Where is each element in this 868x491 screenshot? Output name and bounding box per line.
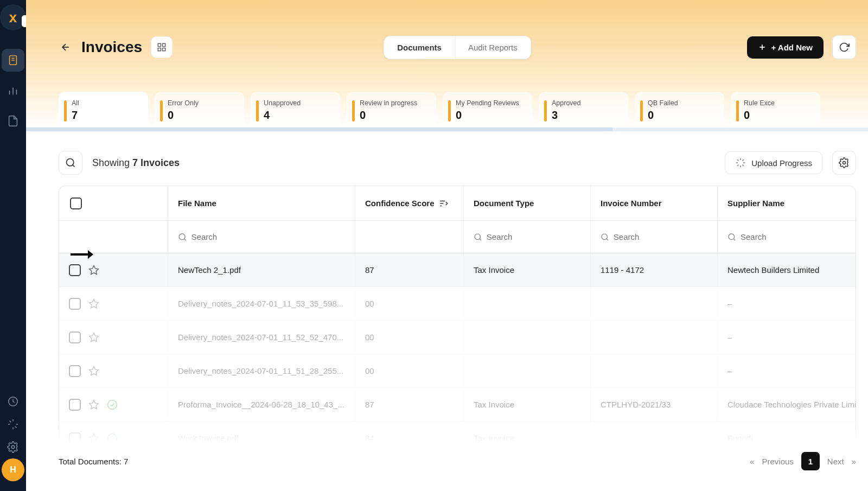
- svg-line-38: [480, 239, 481, 240]
- cell-file-name: Proforma_Invoice__2024-06-28_18_10_43_..…: [168, 388, 355, 421]
- cell-supplier-name: Newtech Builders Limited: [717, 253, 856, 286]
- star-icon[interactable]: [88, 366, 99, 377]
- select-all-checkbox[interactable]: [70, 197, 82, 209]
- column-invoice-number[interactable]: Invoice Number: [590, 186, 717, 220]
- sidebar-item-pdf[interactable]: [2, 110, 24, 132]
- sidebar-item-history[interactable]: [2, 390, 24, 413]
- filter-card-qb-failed[interactable]: QB Failed0: [635, 92, 724, 128]
- filter-scroll-track[interactable]: [26, 127, 868, 131]
- history-icon: [7, 396, 19, 407]
- check-circle-icon: [107, 399, 118, 410]
- svg-point-48: [108, 400, 117, 409]
- table-footer: Total Documents: 7 « Previous 1 Next »: [59, 447, 856, 476]
- filter-card-all[interactable]: All7: [59, 92, 148, 128]
- pdf-icon: [7, 115, 19, 127]
- main: Invoices Documents Audit Reports + Add N…: [26, 0, 868, 491]
- svg-line-36: [184, 239, 186, 240]
- row-checkbox[interactable]: [69, 264, 81, 276]
- add-new-label: + Add New: [771, 43, 813, 52]
- refresh-button[interactable]: [832, 35, 856, 59]
- svg-line-26: [743, 165, 744, 166]
- pager-last[interactable]: »: [852, 457, 856, 466]
- search-supplier-name-input[interactable]: [741, 232, 846, 241]
- cell-supplier-name: Cloudace Technologies Private Limited: [717, 388, 856, 421]
- pager-first[interactable]: «: [750, 457, 754, 466]
- search-invoice-number-input[interactable]: [614, 232, 707, 241]
- pager-previous[interactable]: Previous: [762, 457, 793, 466]
- search-document-type-input[interactable]: [487, 232, 580, 241]
- cell-confidence-score: 00: [355, 321, 463, 354]
- sidebar-item-settings[interactable]: [2, 436, 24, 458]
- cell-supplier-name: –: [717, 354, 856, 387]
- search-file-name-input[interactable]: [192, 232, 345, 241]
- row-checkbox[interactable]: [69, 298, 81, 310]
- table-row[interactable]: Proforma_Invoice__2024-06-28_18_10_43_..…: [59, 388, 856, 422]
- filter-card-approved[interactable]: Approved3: [539, 92, 628, 128]
- row-checkbox[interactable]: [69, 331, 81, 343]
- add-new-button[interactable]: + Add New: [747, 36, 824, 59]
- cell-supplier-name: –: [717, 287, 856, 320]
- svg-rect-18: [158, 48, 161, 51]
- svg-marker-43: [90, 265, 99, 274]
- tab-documents[interactable]: Documents: [384, 36, 455, 59]
- star-icon[interactable]: [88, 399, 99, 410]
- search-document-type[interactable]: [474, 232, 580, 242]
- row-checkbox[interactable]: [69, 399, 81, 411]
- sidebar-item-documents[interactable]: [2, 49, 24, 72]
- svg-point-13: [11, 445, 15, 449]
- pager-next[interactable]: Next: [827, 457, 844, 466]
- filter-card-my-pending-reviews[interactable]: My Pending Reviews0: [443, 92, 532, 128]
- star-icon[interactable]: [88, 433, 99, 444]
- logo-icon: x: [9, 9, 17, 26]
- center-tabs: Documents Audit Reports: [384, 36, 531, 59]
- star-icon[interactable]: [88, 332, 99, 343]
- upload-progress-label: Upload Progress: [751, 158, 812, 168]
- upload-progress-button[interactable]: Upload Progress: [725, 151, 822, 174]
- row-checkbox[interactable]: [69, 365, 81, 377]
- pager-current[interactable]: 1: [801, 452, 820, 470]
- table-row[interactable]: Delivery_notes_2024-07-01_11_53_35_598..…: [59, 287, 856, 321]
- tab-audit-reports[interactable]: Audit Reports: [455, 36, 531, 59]
- cell-confidence-score: 87: [355, 253, 463, 286]
- view-toggle-button[interactable]: [151, 36, 173, 58]
- star-icon[interactable]: [88, 298, 99, 309]
- filter-label: Error Only: [168, 99, 233, 107]
- back-button[interactable]: [59, 40, 73, 54]
- user-avatar[interactable]: H: [2, 458, 24, 481]
- filter-card-unapproved[interactable]: Unapproved4: [251, 92, 340, 128]
- column-confidence-score[interactable]: Confidence Score: [355, 186, 463, 220]
- search-supplier-name[interactable]: [727, 232, 846, 242]
- svg-point-41: [729, 233, 735, 239]
- svg-marker-46: [90, 366, 99, 375]
- table-row[interactable]: Delivery_notes_2024-07-01_11_51_28_255..…: [59, 354, 856, 388]
- sidebar-item-analytics[interactable]: [2, 79, 24, 102]
- svg-point-31: [843, 162, 846, 164]
- table-row[interactable]: NewTech 2_1.pdf87Tax Invoice1119 - 4172N…: [59, 253, 856, 287]
- star-icon[interactable]: [88, 265, 99, 276]
- row-checkbox[interactable]: [69, 432, 81, 444]
- cell-confidence-score: 00: [355, 354, 463, 387]
- cell-document-type: Tax Invoice: [463, 388, 590, 421]
- filter-card-review-in-progress[interactable]: Review in progress0: [347, 92, 436, 128]
- app-logo[interactable]: x: [0, 4, 26, 30]
- column-supplier-name[interactable]: Supplier Name: [717, 186, 856, 220]
- svg-rect-15: [158, 43, 161, 46]
- sidebar-item-loading[interactable]: [2, 413, 24, 436]
- filter-label: Review in progress: [360, 99, 425, 107]
- column-file-name[interactable]: File Name: [168, 186, 355, 220]
- search-invoice-number[interactable]: [601, 232, 707, 242]
- table-settings-button[interactable]: [832, 151, 856, 175]
- table-row[interactable]: Delivery_notes_2024-07-01_11_52_52_470..…: [59, 321, 856, 354]
- spinner-icon: [735, 157, 746, 168]
- filter-card-rule-exce[interactable]: Rule Exce0: [731, 92, 820, 128]
- search-button[interactable]: [59, 151, 82, 175]
- svg-rect-17: [163, 48, 165, 51]
- filter-value: 0: [360, 109, 425, 122]
- svg-line-22: [73, 165, 75, 167]
- search-file-name[interactable]: [178, 232, 345, 242]
- svg-line-10: [15, 426, 17, 428]
- bar-chart-icon: [7, 85, 19, 97]
- filter-card-error-only[interactable]: Error Only0: [155, 92, 244, 128]
- cell-invoice-number: CTPLHYD-2021/33: [590, 388, 717, 421]
- column-document-type[interactable]: Document Type: [463, 186, 590, 220]
